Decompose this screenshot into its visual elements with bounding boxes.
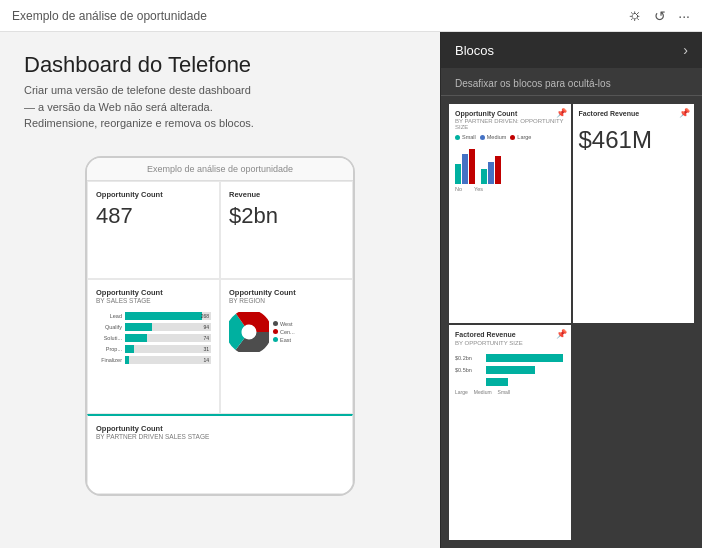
- legend-dot-small: [455, 135, 460, 140]
- bar-fill-lead: [125, 312, 202, 320]
- legend-dot-medium: [480, 135, 485, 140]
- bar-label-prop: Prop...: [96, 346, 122, 352]
- blocks-grid: 📌 Opportunity Count BY PARTNER DRIVEN: O…: [441, 96, 702, 548]
- rev-bar-label-large: $0.2bn: [455, 355, 483, 361]
- bar-bg-prop: 31: [125, 345, 211, 353]
- phone-tile-opp-stage: Opportunity Count BY SALES STAGE Lead 26…: [87, 279, 220, 414]
- rev-bar-row-small: [455, 378, 565, 386]
- legend-large: Large: [510, 134, 531, 140]
- bar-no-small: [455, 164, 461, 184]
- legend-item-west: West: [273, 321, 295, 327]
- block-card-opp-count: 📌 Opportunity Count BY PARTNER DRIVEN: O…: [449, 104, 571, 323]
- phone-wrapper: Exemplo de análise de oportunidade Oppor…: [24, 156, 416, 496]
- block-opp-x-labels: No Yes: [455, 186, 565, 192]
- right-panel-chevron-icon[interactable]: ›: [683, 42, 688, 58]
- bar-row-soluti: Soluti... 74: [96, 334, 211, 342]
- bar-yes-medium: [488, 162, 494, 184]
- x-label-rev-small: Small: [498, 389, 511, 395]
- legend-dot-east: [273, 337, 278, 342]
- bar-row-prop: Prop... 31: [96, 345, 211, 353]
- block-revenue-value: $461M: [579, 126, 689, 154]
- x-label-rev-large: Large: [455, 389, 468, 395]
- top-bar: Exemplo de análise de oportunidade ⛭ ↺ ·…: [0, 0, 702, 32]
- pin-icon-opp[interactable]: 📌: [556, 108, 567, 118]
- x-label-yes: Yes: [474, 186, 483, 192]
- bar-label-finalizer: Finalizer: [96, 357, 122, 363]
- bar-fill-finalizer: [125, 356, 129, 364]
- block-opp-bars: [455, 144, 565, 184]
- bar-fill-qualify: [125, 323, 152, 331]
- tile-opp-partner-subtitle: BY PARTNER DRIVEN SALES STAGE: [96, 433, 344, 440]
- phone-tile-opp-partner: Opportunity Count BY PARTNER DRIVEN SALE…: [87, 414, 353, 494]
- bar-bg-finalizer: 14: [125, 356, 211, 364]
- rev-bar-small: [486, 378, 508, 386]
- bar-bg-lead: 268: [125, 312, 211, 320]
- bar-val-soluti: 74: [203, 335, 209, 341]
- legend-item-cen: Cen...: [273, 329, 295, 335]
- block-card-factored-revenue: 📌 Factored Revenue $461M: [573, 104, 695, 323]
- bar-val-finalizer: 14: [203, 357, 209, 363]
- tile-revenue-value: $2bn: [229, 203, 344, 229]
- main-content: Dashboard do Telefone Criar uma versão d…: [0, 32, 702, 548]
- tile-opp-stage-subtitle: BY SALES STAGE: [96, 297, 211, 304]
- bar-row-finalizer: Finalizer 14: [96, 356, 211, 364]
- top-bar-title: Exemplo de análise de oportunidade: [12, 9, 207, 23]
- bar-val-lead: 268: [201, 313, 209, 319]
- tile-revenue-title: Revenue: [229, 190, 344, 199]
- bar-val-prop: 31: [203, 346, 209, 352]
- more-icon[interactable]: ···: [678, 8, 690, 24]
- block-opp-subtitle: BY PARTNER DRIVEN: OPPORTUNITY SIZE: [455, 118, 565, 130]
- phone-watermark: Exemplo de análise de oportunidade: [87, 158, 353, 181]
- bar-val-qualify: 94: [203, 324, 209, 330]
- bar-row-qualify: Qualify 94: [96, 323, 211, 331]
- rev-bar-row-large: $0.2bn: [455, 354, 565, 362]
- bar-no-large: [469, 149, 475, 184]
- legend-medium: Medium: [480, 134, 507, 140]
- legend-dot-cen: [273, 329, 278, 334]
- undo-icon[interactable]: ↺: [654, 8, 666, 24]
- pie-legend: West Cen... East: [273, 321, 295, 343]
- settings-icon[interactable]: ⛭: [628, 8, 642, 24]
- x-label-no: No: [455, 186, 462, 192]
- phone-tile-opp-region: Opportunity Count BY REGION: [220, 279, 353, 414]
- bar-label-qualify: Qualify: [96, 324, 122, 330]
- right-panel-header: Blocos ›: [441, 32, 702, 68]
- pin-icon-revenue[interactable]: 📌: [679, 108, 690, 118]
- right-panel-title: Blocos: [455, 43, 494, 58]
- legend-label-east: East: [280, 337, 291, 343]
- right-panel: Blocos › Desafixar os blocos para ocultá…: [440, 32, 702, 548]
- block-opp-title: Opportunity Count: [455, 110, 565, 118]
- rev-bar-medium: [486, 366, 535, 374]
- opp-stage-bar-chart: Lead 268 Qualify 94: [96, 312, 211, 364]
- tile-opp-count-title: Opportunity Count: [96, 190, 211, 199]
- bar-group-yes: [481, 156, 501, 184]
- rev-bar-row-medium: $0.5bn: [455, 366, 565, 374]
- block-revenue-title: Factored Revenue: [579, 110, 689, 118]
- left-heading-group: Dashboard do Telefone Criar uma versão d…: [24, 52, 416, 132]
- page-title: Dashboard do Telefone: [24, 52, 416, 78]
- pin-icon-revenue2[interactable]: 📌: [556, 329, 567, 339]
- page-description: Criar uma versão de telefone deste dashb…: [24, 82, 264, 132]
- tile-opp-stage-title: Opportunity Count: [96, 288, 211, 297]
- tile-opp-region-title: Opportunity Count: [229, 288, 344, 297]
- legend-label-large: Large: [517, 134, 531, 140]
- block-revenue2-x-labels: Large Medium Small: [455, 389, 565, 395]
- phone-content: Opportunity Count 487 Revenue $2bn Oppor…: [87, 181, 353, 494]
- opp-region-pie: West Cen... East: [229, 312, 344, 352]
- legend-dot-large: [510, 135, 515, 140]
- x-label-rev-medium: Medium: [474, 389, 492, 395]
- left-panel: Dashboard do Telefone Criar uma versão d…: [0, 32, 440, 548]
- bar-row-lead: Lead 268: [96, 312, 211, 320]
- bar-bg-soluti: 74: [125, 334, 211, 342]
- top-bar-icons: ⛭ ↺ ···: [628, 8, 690, 24]
- bar-bg-qualify: 94: [125, 323, 211, 331]
- block-revenue2-title: Factored Revenue: [455, 331, 565, 339]
- bar-no-medium: [462, 154, 468, 184]
- block-card-factored-revenue-2: 📌 Factored Revenue BY OPPORTUNITY SIZE $…: [449, 325, 571, 540]
- bar-yes-large: [495, 156, 501, 184]
- bar-label-soluti: Soluti...: [96, 335, 122, 341]
- legend-item-east: East: [273, 337, 295, 343]
- phone-tile-revenue: Revenue $2bn: [220, 181, 353, 279]
- rev-bar-large: [486, 354, 563, 362]
- bar-group-no: [455, 149, 475, 184]
